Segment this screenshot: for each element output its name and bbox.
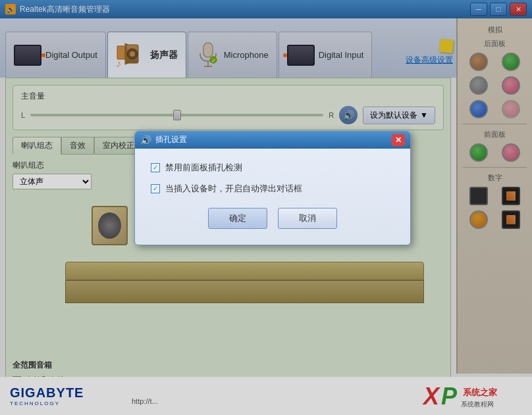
modal-ok-button[interactable]: 确定 <box>208 208 267 229</box>
modal-check1-label: 禁用前面板插孔检测 <box>165 162 242 174</box>
modal-overlay: 🔊 插孔设置 ✕ ✓ 禁用前面板插孔检测 ✓ 当插入设备时，开启自动弹出对话框 … <box>0 0 532 415</box>
modal-title: 插孔设置 <box>155 134 187 145</box>
modal-buttons: 确定 取消 <box>151 208 394 232</box>
modal-titlebar: 🔊 插孔设置 ✕ <box>135 132 410 149</box>
modal-close-button[interactable]: ✕ <box>392 134 405 146</box>
modal-cancel-button[interactable]: 取消 <box>278 208 337 229</box>
modal-check2-row: ✓ 当插入设备时，开启自动弹出对话框 <box>151 183 394 195</box>
modal-check1-row: ✓ 禁用前面板插孔检测 <box>151 162 394 174</box>
modal-checkbox2[interactable]: ✓ <box>151 184 160 193</box>
modal-checkbox1[interactable]: ✓ <box>151 163 160 172</box>
modal-check2-label: 当插入设备时，开启自动弹出对话框 <box>165 183 302 195</box>
modal-title-icon: 🔊 <box>140 135 151 145</box>
modal-body: ✓ 禁用前面板插孔检测 ✓ 当插入设备时，开启自动弹出对话框 确定 取消 <box>135 149 410 245</box>
plugin-settings-modal: 🔊 插孔设置 ✕ ✓ 禁用前面板插孔检测 ✓ 当插入设备时，开启自动弹出对话框 … <box>134 131 411 245</box>
